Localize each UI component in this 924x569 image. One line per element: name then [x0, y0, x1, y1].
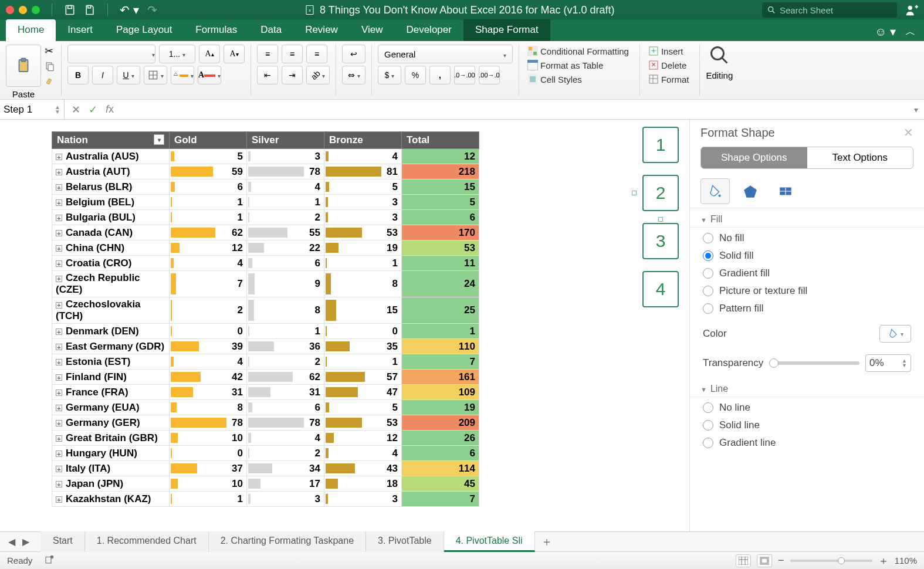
add-sheet-button[interactable]: ＋: [535, 534, 559, 550]
format-as-table-button[interactable]: Format as Table: [525, 59, 634, 72]
silver-cell[interactable]: 4: [247, 431, 324, 446]
column-header[interactable]: Nation▾: [52, 132, 170, 149]
decrease-font-icon[interactable]: A▾: [224, 45, 245, 63]
gold-cell[interactable]: 10: [170, 431, 247, 446]
search-sheet-input[interactable]: Search Sheet: [762, 2, 897, 18]
nation-cell[interactable]: +Italy (ITA): [52, 461, 170, 476]
silver-cell[interactable]: 2: [247, 354, 324, 370]
bronze-cell[interactable]: 3: [324, 210, 402, 225]
nation-cell[interactable]: +Japan (JPN): [52, 476, 170, 492]
bronze-cell[interactable]: 0: [324, 324, 402, 339]
gold-cell[interactable]: 12: [170, 241, 247, 256]
nation-cell[interactable]: +East Germany (GDR): [52, 339, 170, 354]
nation-cell[interactable]: +Denmark (DEN): [52, 324, 170, 339]
nation-cell[interactable]: +Belgium (BEL): [52, 195, 170, 210]
bronze-cell[interactable]: 3: [324, 195, 402, 210]
tab-developer[interactable]: Developer: [394, 19, 463, 41]
expand-icon[interactable]: +: [56, 374, 62, 381]
number-format-select[interactable]: General: [378, 45, 513, 63]
expand-icon[interactable]: +: [56, 344, 62, 350]
gold-cell[interactable]: 1: [170, 195, 247, 210]
next-sheet-icon[interactable]: ▶: [22, 536, 29, 547]
column-header[interactable]: Total: [402, 132, 479, 149]
gold-cell[interactable]: 39: [170, 339, 247, 354]
silver-cell[interactable]: 6: [247, 256, 324, 271]
tab-home[interactable]: Home: [6, 19, 56, 41]
total-cell[interactable]: 114: [402, 461, 479, 476]
gold-cell[interactable]: 1: [170, 492, 247, 507]
silver-cell[interactable]: 3: [247, 492, 324, 507]
fx-icon[interactable]: fx: [106, 103, 114, 116]
bronze-cell[interactable]: 19: [324, 241, 402, 256]
sheet-tab[interactable]: 4. PivotTable Sli: [444, 531, 535, 552]
line-section-header[interactable]: Line: [700, 384, 728, 394]
nation-cell[interactable]: +Croatia (CRO): [52, 256, 170, 271]
font-name-select[interactable]: [67, 45, 155, 63]
align-top-icon[interactable]: ≡: [257, 45, 278, 63]
expand-icon[interactable]: +: [56, 420, 62, 426]
silver-cell[interactable]: 4: [247, 179, 324, 195]
italic-button[interactable]: I: [92, 66, 113, 84]
total-cell[interactable]: 109: [402, 385, 479, 400]
expand-icon[interactable]: +: [56, 481, 62, 487]
nation-cell[interactable]: +Czechoslovakia (TCH): [52, 297, 170, 324]
nation-cell[interactable]: +Kazakhstan (KAZ): [52, 492, 170, 507]
total-cell[interactable]: 12: [402, 149, 479, 164]
column-header[interactable]: Gold: [170, 132, 247, 149]
gold-cell[interactable]: 4: [170, 256, 247, 271]
total-cell[interactable]: 5: [402, 195, 479, 210]
insert-cells-button[interactable]: +Insert: [646, 45, 694, 57]
gold-cell[interactable]: 1: [170, 210, 247, 225]
close-window-icon[interactable]: [6, 6, 14, 14]
share-icon[interactable]: [905, 4, 918, 16]
total-cell[interactable]: 26: [402, 431, 479, 446]
total-cell[interactable]: 15: [402, 179, 479, 195]
increase-decimal-icon[interactable]: .0→.00: [454, 66, 475, 84]
fill-option[interactable]: Solid fill: [703, 250, 911, 262]
decrease-indent-icon[interactable]: ⇤: [257, 66, 278, 84]
silver-cell[interactable]: 17: [247, 476, 324, 492]
fill-option[interactable]: Picture or texture fill: [703, 285, 911, 297]
sheet-tab[interactable]: 3. PivotTable: [366, 531, 444, 552]
filter-dropdown-icon[interactable]: ▾: [154, 134, 164, 145]
seg-text-options[interactable]: Text Options: [807, 147, 913, 168]
save-icon[interactable]: [64, 4, 76, 16]
nation-cell[interactable]: +Czech Republic (CZE): [52, 271, 170, 297]
comma-button[interactable]: ,: [429, 66, 451, 84]
nation-cell[interactable]: +Australia (AUS): [52, 149, 170, 164]
fill-option[interactable]: No fill: [703, 232, 911, 244]
total-cell[interactable]: 209: [402, 415, 479, 431]
nation-cell[interactable]: +Canada (CAN): [52, 225, 170, 241]
save-alt-icon[interactable]: [84, 4, 96, 16]
delete-cells-button[interactable]: ×Delete: [646, 59, 694, 72]
format-cells-button[interactable]: Format: [646, 73, 694, 86]
gold-cell[interactable]: 5: [170, 149, 247, 164]
total-cell[interactable]: 11: [402, 256, 479, 271]
bronze-cell[interactable]: 8: [324, 271, 402, 297]
orientation-icon[interactable]: ab: [306, 66, 330, 84]
silver-cell[interactable]: 3: [247, 149, 324, 164]
expand-icon[interactable]: +: [56, 230, 62, 236]
font-color-button[interactable]: A: [198, 66, 221, 84]
collapse-ribbon-icon[interactable]: ︿: [905, 25, 916, 39]
gold-cell[interactable]: 8: [170, 400, 247, 415]
undo-icon[interactable]: ↶ ▾: [120, 3, 139, 17]
silver-cell[interactable]: 78: [247, 415, 324, 431]
expand-icon[interactable]: +: [56, 405, 62, 411]
silver-cell[interactable]: 2: [247, 210, 324, 225]
fill-line-tab-icon[interactable]: [700, 178, 730, 204]
bronze-cell[interactable]: 43: [324, 461, 402, 476]
silver-cell[interactable]: 2: [247, 446, 324, 461]
bronze-cell[interactable]: 53: [324, 225, 402, 241]
macro-record-icon[interactable]: [44, 554, 55, 567]
silver-cell[interactable]: 78: [247, 164, 324, 179]
gold-cell[interactable]: 10: [170, 476, 247, 492]
expand-icon[interactable]: +: [56, 184, 62, 191]
total-cell[interactable]: 1: [402, 324, 479, 339]
close-panel-icon[interactable]: ✕: [903, 126, 913, 140]
expand-icon[interactable]: +: [56, 496, 62, 503]
nation-cell[interactable]: +Great Britain (GBR): [52, 431, 170, 446]
expand-icon[interactable]: +: [56, 328, 62, 335]
percent-button[interactable]: %: [405, 66, 426, 84]
find-icon[interactable]: [709, 45, 730, 66]
